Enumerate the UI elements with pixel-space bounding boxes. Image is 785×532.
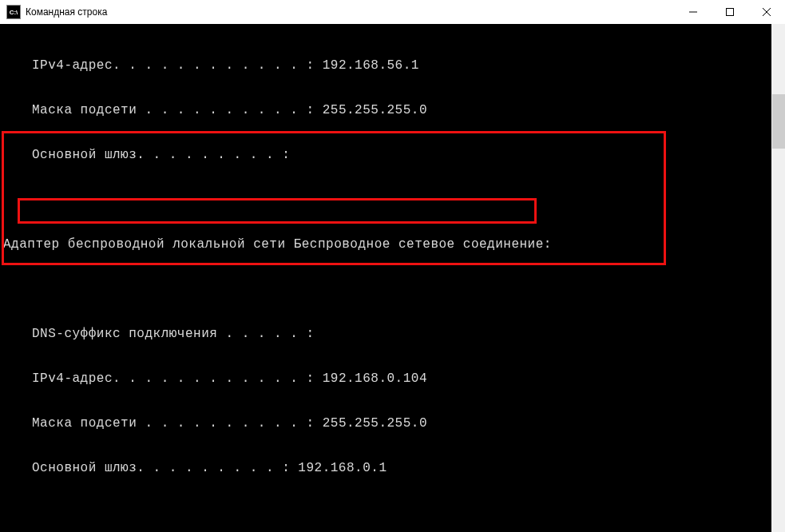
output-line-ipv4: IPv4-адрес. . . . . . . . . . . . : 192.…: [0, 367, 785, 390]
close-button[interactable]: [748, 0, 785, 24]
output-blank: [0, 278, 785, 300]
cmd-icon: C:\: [6, 5, 21, 19]
adapter-header-wireless: Адаптер беспроводной локальной сети Бесп…: [0, 233, 785, 256]
output-line: Маска подсети . . . . . . . . . . : 255.…: [0, 412, 785, 435]
title-bar: C:\ Командная строка: [0, 0, 785, 25]
output-line: IPv4-адрес. . . . . . . . . . . . : 192.…: [0, 54, 785, 77]
maximize-button[interactable]: [712, 0, 748, 24]
output-line: DNS-суффикс подключения . . . . . :: [0, 323, 785, 345]
output-line: Основной шлюз. . . . . . . . . :: [0, 144, 785, 166]
output-line: Маска подсети . . . . . . . . . . : 255.…: [0, 99, 785, 121]
minimize-button[interactable]: [675, 0, 712, 24]
output-blank: [0, 189, 785, 211]
svg-rect-1: [727, 9, 734, 16]
output-line: Основной шлюз. . . . . . . . . : 192.168…: [0, 457, 785, 479]
cmd-icon-glyph: C:\: [10, 9, 18, 16]
scrollbar-thumb[interactable]: [772, 94, 785, 149]
output-blank: [0, 502, 785, 524]
window-title: Командная строка: [26, 6, 107, 18]
terminal-output[interactable]: IPv4-адрес. . . . . . . . . . . . : 192.…: [0, 24, 785, 532]
vertical-scrollbar[interactable]: [771, 24, 785, 532]
